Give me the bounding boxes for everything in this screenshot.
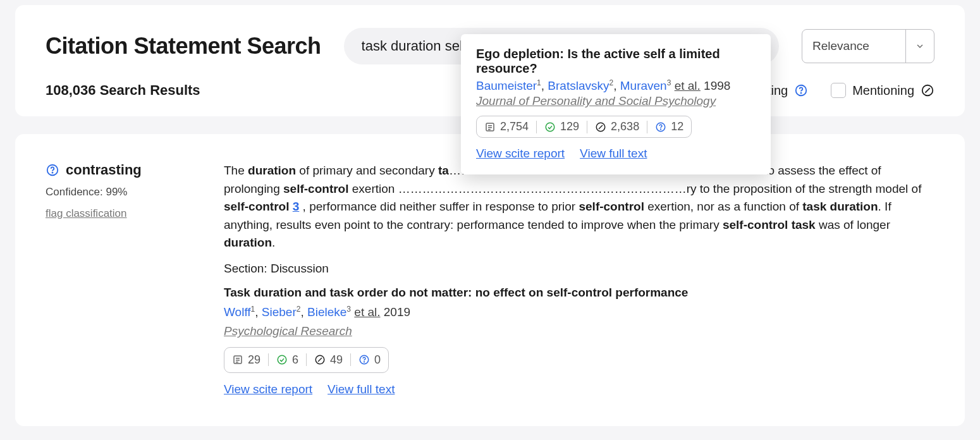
svg-point-4 [801, 93, 802, 94]
svg-point-13 [278, 356, 286, 365]
metric-total: 29 [232, 351, 260, 369]
sort-select[interactable]: Relevance [802, 29, 934, 63]
popover-view-report-link[interactable]: View scite report [476, 147, 565, 161]
slash-circle-icon [921, 83, 934, 97]
popover-title: Ego depletion: Is the active self a limi… [476, 47, 756, 76]
metric-supporting: 129 [544, 120, 579, 133]
paper-title: Task duration and task order do not matt… [224, 284, 934, 302]
svg-point-17 [364, 362, 365, 362]
svg-point-8 [52, 173, 52, 173]
popover-view-full-text-link[interactable]: View full text [580, 147, 647, 161]
filter-mentioning[interactable]: Mentioning [831, 83, 934, 98]
results-count: 108,036 Search Results [46, 82, 200, 99]
svg-point-22 [546, 123, 554, 131]
metric-mentioning: 49 [314, 351, 343, 369]
popover-metrics-pill[interactable]: 2,754 129 2,638 12 [476, 116, 692, 138]
chevron-down-icon [905, 30, 934, 63]
view-full-text-link[interactable]: View full text [328, 381, 395, 399]
flag-classification-link[interactable]: flag classification [46, 207, 209, 220]
checkbox[interactable] [831, 83, 846, 98]
question-circle-icon [46, 163, 59, 177]
result-body: The duration of primary and secondary ta… [224, 162, 934, 398]
metrics-pill[interactable]: 29 6 49 0 [224, 347, 389, 373]
sort-label: Relevance [802, 39, 905, 53]
confidence-text: Confidence: 99% [46, 186, 209, 199]
popover-authors: Baumeister1, Bratslavsky2, Muraven3 et a… [476, 78, 756, 93]
metric-contrasting: 0 [358, 351, 381, 369]
excerpt-text: The duration of primary and secondary ta… [224, 162, 934, 252]
view-scite-report-link[interactable]: View scite report [224, 381, 312, 399]
metric-total: 2,754 [484, 120, 529, 133]
metric-supporting: 6 [276, 351, 298, 369]
section-label: Section: Discussion [224, 260, 934, 278]
svg-line-6 [925, 88, 929, 92]
citation-popover: Ego depletion: Is the active self a limi… [461, 34, 771, 174]
popover-journal[interactable]: Journal of Personality and Social Psycho… [476, 94, 756, 108]
paper-authors: Wolff1, Sieber2, Bieleke3 et al. 2019 [224, 303, 934, 322]
svg-line-15 [318, 358, 322, 362]
svg-line-24 [599, 125, 603, 129]
metric-contrasting: 12 [655, 120, 683, 133]
filter-label: Mentioning [852, 83, 914, 98]
classification-label: contrasting [66, 162, 142, 178]
result-classification-panel: contrasting Confidence: 99% flag classif… [46, 162, 209, 398]
svg-point-26 [661, 129, 661, 130]
paper-journal[interactable]: Psychological Research [224, 322, 934, 341]
result-card: contrasting Confidence: 99% flag classif… [15, 134, 965, 426]
metric-mentioning: 2,638 [595, 120, 639, 133]
question-circle-icon [794, 83, 808, 97]
page-title: Citation Statement Search [46, 33, 321, 59]
